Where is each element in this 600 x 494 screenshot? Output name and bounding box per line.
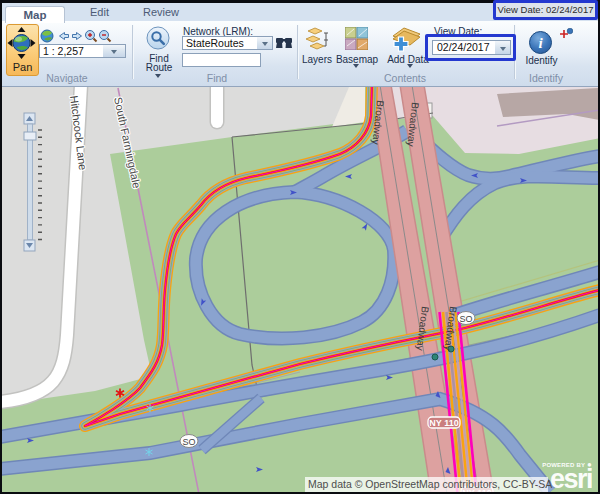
svg-text:SO: SO (182, 437, 195, 447)
svg-text:NY 110: NY 110 (429, 418, 458, 428)
svg-text:SO: SO (459, 314, 472, 324)
